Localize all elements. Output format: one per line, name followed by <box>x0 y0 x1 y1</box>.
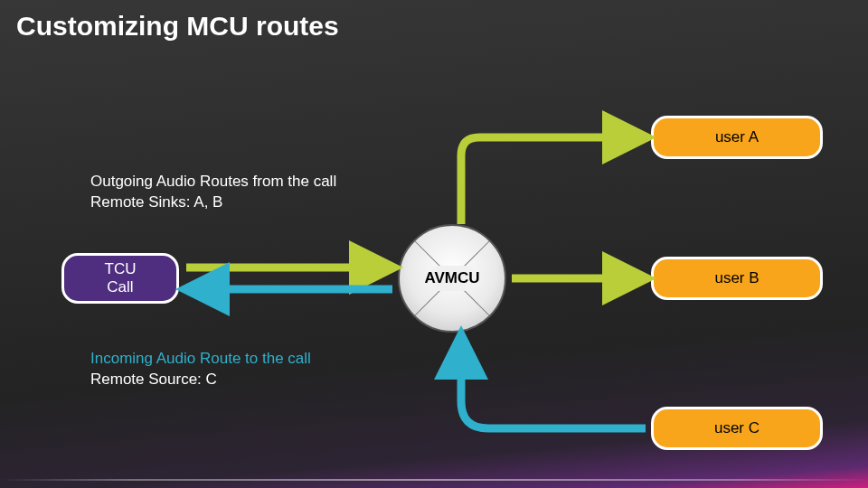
caption-outgoing-line1: Outgoing Audio Routes from the call <box>90 173 336 190</box>
caption-incoming-line2: Remote Source: C <box>90 370 311 390</box>
node-user-a: user A <box>651 116 823 159</box>
caption-incoming-line1: Incoming Audio Route to the call <box>90 350 311 367</box>
slide-title: Customizing MCU routes <box>16 11 339 42</box>
node-tcu-call: TCU Call <box>61 253 179 304</box>
arrow-user-c-to-avmcu <box>461 336 646 428</box>
node-user-a-label: user A <box>715 128 759 146</box>
caption-outgoing: Outgoing Audio Routes from the call Remo… <box>90 172 336 213</box>
node-tcu-call-label: TCU Call <box>105 260 137 297</box>
node-user-c: user C <box>651 407 823 450</box>
arrow-avmcu-to-user-a <box>461 137 646 224</box>
node-user-c-label: user C <box>714 419 760 437</box>
caption-outgoing-line2: Remote Sinks: A, B <box>90 192 336 213</box>
node-user-b-label: user B <box>714 269 759 287</box>
node-avmcu: AVMCU <box>398 224 506 333</box>
node-user-b: user B <box>651 257 823 300</box>
caption-incoming: Incoming Audio Route to the call Remote … <box>90 349 311 390</box>
footer-divider <box>0 479 868 481</box>
node-avmcu-label: AVMCU <box>417 266 486 291</box>
